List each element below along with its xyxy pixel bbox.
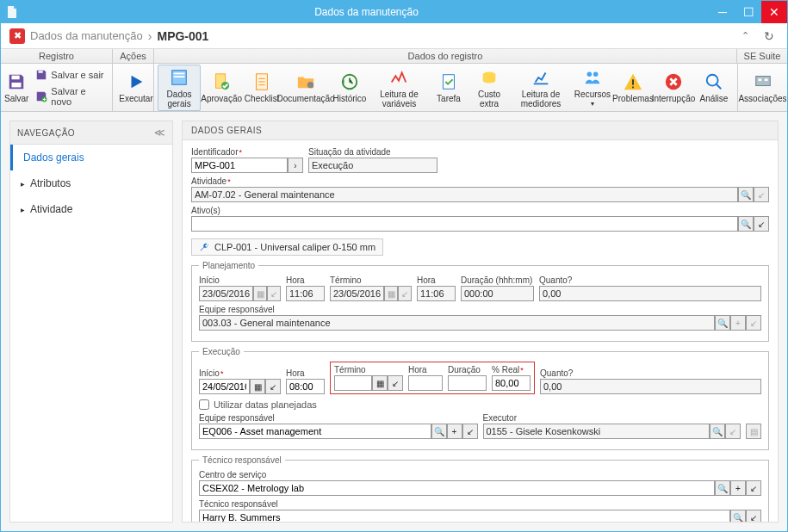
checklist-button[interactable]: Checklist xyxy=(242,70,282,105)
exec-hora1-input[interactable] xyxy=(289,381,321,392)
approval-icon xyxy=(211,71,232,92)
centro-expand-button[interactable]: ↙ xyxy=(746,480,761,496)
tecnico-expand-button[interactable]: ↙ xyxy=(746,510,761,523)
executor-value: 0155 - Gisele Kosenkowski xyxy=(487,426,601,436)
svg-rect-20 xyxy=(755,77,770,86)
executor-search-button[interactable]: 🔍 xyxy=(710,424,725,439)
exec-termino-cal-icon[interactable]: ▦ xyxy=(372,375,388,391)
plan-hora1-label: Hora xyxy=(286,275,325,285)
analise-button[interactable]: Análise xyxy=(694,70,734,105)
executar-button[interactable]: Executar xyxy=(116,70,156,105)
maximize-button[interactable]: ☐ xyxy=(735,1,761,23)
task-icon xyxy=(438,71,459,92)
plan-equipe-label: Equipe responsável xyxy=(199,305,761,314)
salvar-sair-button[interactable]: Salvar e sair xyxy=(32,67,109,83)
svg-rect-12 xyxy=(444,75,455,90)
centro-input[interactable] xyxy=(202,483,711,493)
interrupcao-button[interactable]: Interrupção xyxy=(654,70,693,105)
ativos-search-button[interactable]: 🔍 xyxy=(738,216,754,232)
centro-search-button[interactable]: 🔍 xyxy=(715,480,730,496)
exec-termino-clear-icon[interactable]: ↙ xyxy=(388,375,403,391)
usar-planejadas-checkbox[interactable] xyxy=(199,399,209,410)
recursos-button[interactable]: Recursos▾ xyxy=(573,65,612,110)
collapse-up-button[interactable]: ⌃ xyxy=(735,27,754,46)
salvar-novo-button[interactable]: Salvar e novo xyxy=(32,84,109,108)
problemas-button[interactable]: Problemas xyxy=(613,70,653,105)
sidebar-title: NAVEGAÇÃO xyxy=(17,128,75,138)
resources-icon xyxy=(582,67,603,88)
svg-point-15 xyxy=(593,71,599,77)
svg-rect-6 xyxy=(174,76,185,77)
exec-termino-label: Término xyxy=(334,365,403,374)
exec-termino-input[interactable] xyxy=(338,378,369,388)
link-icon xyxy=(753,71,773,92)
exec-inicio-clear-icon[interactable]: ↙ xyxy=(265,379,281,394)
svg-rect-17 xyxy=(632,87,634,89)
history-icon xyxy=(339,71,360,92)
minimize-button[interactable]: ─ xyxy=(710,1,735,23)
exec-inicio-cal-icon[interactable]: ▦ xyxy=(250,379,265,394)
planejamento-fieldset: Planejamento Início 23/05/2016▦↙ Hora 11… xyxy=(191,261,769,342)
identificador-goto-button[interactable]: › xyxy=(288,158,303,173)
atividade-search-button[interactable]: 🔍 xyxy=(738,187,754,202)
historico-button[interactable]: Histórico xyxy=(330,70,369,105)
ativo-chip[interactable]: CLP-001 - Universal caliper 0-150 mm xyxy=(191,238,383,256)
refresh-button[interactable]: ↻ xyxy=(760,27,779,46)
situacao-value: Execução xyxy=(312,160,353,170)
executor-clear-button[interactable]: ↙ xyxy=(725,424,741,439)
exec-equipe-expand-button[interactable]: ↙ xyxy=(462,424,478,439)
dados-gerais-button[interactable]: Dados gerais xyxy=(158,65,201,111)
centro-add-button[interactable]: + xyxy=(730,480,746,496)
custo-extra-button[interactable]: Custo extra xyxy=(469,65,509,110)
plan-equipe-search-button[interactable]: 🔍 xyxy=(715,315,730,331)
plan-equipe-expand-button[interactable]: ↙ xyxy=(746,315,761,331)
plan-equipe-add-button[interactable]: + xyxy=(730,315,746,331)
svg-rect-16 xyxy=(632,79,634,84)
collapse-sidebar-icon[interactable]: ≪ xyxy=(154,127,166,139)
tarefa-button[interactable]: Tarefa xyxy=(429,70,468,105)
exec-inicio-input[interactable] xyxy=(202,381,246,392)
leitura-variaveis-button[interactable]: Leitura de variáveis xyxy=(370,65,428,110)
tecnico-label: Técnico responsável xyxy=(199,499,761,509)
form-icon xyxy=(169,67,189,88)
associacoes-button[interactable]: Associações xyxy=(741,70,784,105)
executor-extra-button[interactable]: ▤ xyxy=(746,424,761,439)
ribbon-group-acoes: Ações xyxy=(113,49,154,63)
exec-equipe-input[interactable] xyxy=(202,426,428,436)
tecnico-search-button[interactable]: 🔍 xyxy=(730,510,746,523)
close-button[interactable]: ✕ xyxy=(761,1,787,23)
ribbon-group-header: Registro Ações Dados do registro SE Suit… xyxy=(1,49,787,64)
exec-equipe-add-button[interactable]: + xyxy=(447,424,462,439)
atividade-clear-button[interactable]: ↙ xyxy=(754,187,769,202)
leitura-medidores-button[interactable]: Leitura de medidores xyxy=(510,65,572,110)
plan-equipe-value: 003.03 - General maintenance xyxy=(202,318,331,328)
tecnico-fieldset: Técnico responsável Centro de serviço 🔍 … xyxy=(191,455,769,523)
plan-termino-cal-icon[interactable]: ▦ xyxy=(384,286,398,301)
plan-inicio-clear-icon[interactable]: ↙ xyxy=(267,286,281,301)
content: DADOS GERAIS Identificador › Situação da… xyxy=(182,121,779,523)
aprovacao-button[interactable]: Aprovação xyxy=(202,70,241,105)
plan-inicio-cal-icon[interactable]: ▦ xyxy=(253,286,267,301)
identificador-label: Identificador xyxy=(191,147,303,157)
ativos-expand-button[interactable]: ↙ xyxy=(754,216,769,232)
exec-pct-input[interactable] xyxy=(495,378,527,388)
plan-duracao-label: Duração (hhh:mm) xyxy=(461,275,534,285)
exec-highlight-box: Término ▦↙ Hora Duração xyxy=(330,362,535,394)
identificador-input[interactable] xyxy=(195,160,284,170)
sidebar-item-atributos[interactable]: ▶Atributos xyxy=(10,170,172,196)
exec-hora2-label: Hora xyxy=(408,365,443,374)
exec-duracao-input[interactable] xyxy=(451,378,483,388)
documentacao-button[interactable]: Documentação xyxy=(282,70,329,105)
sidebar-item-atividade[interactable]: ▶Atividade xyxy=(10,196,172,222)
exec-pct-label: % Real xyxy=(492,365,531,374)
plan-inicio-value: 23/05/2016 xyxy=(202,288,250,299)
exec-quanto-value: 0,00 xyxy=(543,381,562,392)
exec-equipe-search-button[interactable]: 🔍 xyxy=(431,424,447,439)
salvar-label: Salvar xyxy=(4,94,28,103)
sidebar-item-dados-gerais[interactable]: Dados gerais xyxy=(10,145,172,170)
ativos-input[interactable] xyxy=(195,219,735,229)
plan-termino-clear-icon[interactable]: ↙ xyxy=(398,286,412,301)
window-title: Dados da manutenção xyxy=(23,6,710,18)
tecnico-input[interactable] xyxy=(202,512,727,523)
exec-hora2-input[interactable] xyxy=(412,378,439,388)
